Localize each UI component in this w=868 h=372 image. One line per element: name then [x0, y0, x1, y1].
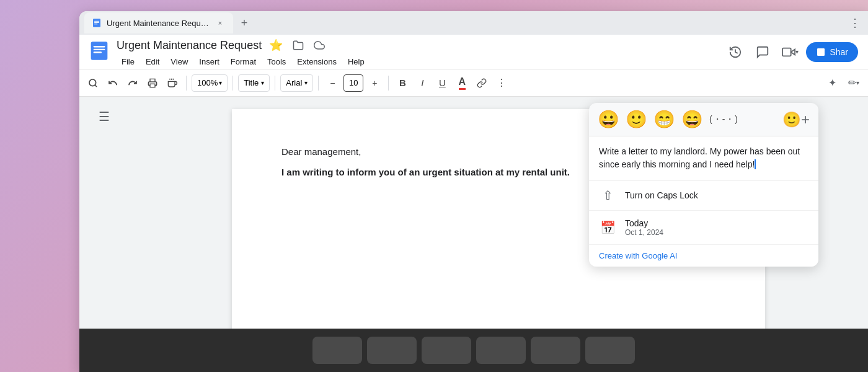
style-selector[interactable]: Title ▾: [238, 74, 270, 92]
caps-lock-suggestion[interactable]: ⇧ Turn on Caps Lock: [589, 180, 818, 211]
undo-button[interactable]: [104, 74, 122, 92]
search-button[interactable]: [84, 74, 102, 92]
svg-rect-10: [817, 48, 825, 56]
svg-rect-12: [150, 84, 155, 87]
text-cursor: [755, 159, 756, 169]
today-suggestion[interactable]: 📅 Today Oct 1, 2024: [589, 211, 818, 245]
cloud-button[interactable]: [311, 37, 327, 53]
menu-tools[interactable]: Tools: [262, 56, 291, 68]
svg-rect-1: [94, 21, 99, 22]
print-button[interactable]: [144, 74, 161, 92]
menu-edit[interactable]: Edit: [141, 56, 164, 68]
keyboard-area: [79, 329, 868, 372]
italic-button[interactable]: I: [414, 74, 431, 92]
browser-window: Urgent Maintenance Request × + ⋮ Urgent …: [79, 11, 868, 372]
emoji-row: 😀 🙂 😁 😄 (・-・) 🙂+: [589, 103, 818, 136]
menu-file[interactable]: File: [117, 56, 140, 68]
emoji-grin[interactable]: 😀: [598, 109, 619, 130]
separator-2: [232, 76, 233, 91]
text-color-button[interactable]: A: [453, 74, 471, 92]
history-button[interactable]: [724, 41, 746, 63]
tab-doc-icon: [92, 18, 102, 28]
calendar-icon: 📅: [599, 220, 616, 235]
paint-format-button[interactable]: [164, 74, 181, 92]
header-right: ▾ Shar: [724, 41, 858, 63]
doc-title: Urgent Maintenance Request: [117, 39, 262, 52]
more-toolbar-button[interactable]: ⋮: [493, 74, 510, 92]
zoom-selector[interactable]: 100% ▾: [192, 74, 228, 92]
emoji-picker-button[interactable]: 🙂+: [782, 111, 810, 128]
font-selector[interactable]: Arial ▾: [280, 74, 313, 92]
menu-help[interactable]: Help: [343, 56, 370, 68]
star-button[interactable]: ⭐: [267, 36, 285, 55]
app-header: Urgent Maintenance Request ⭐ File Edit V…: [79, 35, 868, 69]
toolbar: 100% ▾ Title ▾ Arial ▾ − 10 + B I U A: [79, 69, 868, 97]
comment-button[interactable]: [751, 41, 774, 63]
menu-bar: File Edit View Insert Format Tools Exten…: [117, 56, 717, 68]
key-3[interactable]: [422, 337, 471, 364]
font-increase-button[interactable]: +: [366, 74, 383, 92]
caps-lock-label: Turn on Caps Lock: [625, 190, 698, 200]
emoji-smile[interactable]: 🙂: [626, 109, 647, 130]
menu-view[interactable]: View: [166, 56, 193, 68]
folder-button[interactable]: [290, 37, 306, 53]
key-4[interactable]: [476, 337, 526, 364]
link-button[interactable]: [473, 74, 490, 92]
today-date: Oct 1, 2024: [625, 228, 663, 237]
svg-rect-6: [94, 48, 105, 50]
svg-rect-7: [94, 51, 102, 53]
key-1[interactable]: [312, 337, 362, 364]
svg-marker-8: [791, 49, 795, 55]
key-5[interactable]: [531, 337, 580, 364]
share-label: Shar: [830, 47, 848, 57]
separator-1: [186, 76, 187, 91]
separator-4: [318, 76, 319, 91]
menu-extensions[interactable]: Extensions: [292, 56, 342, 68]
separator-5: [388, 76, 389, 91]
underline-button[interactable]: U: [433, 74, 451, 92]
svg-rect-3: [94, 24, 97, 24]
redo-button[interactable]: [124, 74, 141, 92]
svg-rect-2: [94, 22, 99, 23]
emoji-laugh[interactable]: 😄: [681, 109, 703, 130]
today-label: Today: [625, 218, 663, 228]
ai-input-text: Write a letter to my landlord. My power …: [599, 145, 808, 171]
svg-point-11: [89, 79, 96, 86]
active-tab[interactable]: Urgent Maintenance Request ×: [84, 12, 233, 33]
svg-rect-9: [782, 48, 791, 56]
pen-mode-button[interactable]: ✏▾: [844, 74, 863, 92]
new-tab-button[interactable]: +: [236, 14, 253, 32]
emoji-grin2[interactable]: 😁: [653, 109, 675, 130]
today-info: Today Oct 1, 2024: [625, 218, 663, 237]
menu-format[interactable]: Format: [226, 56, 261, 68]
share-button[interactable]: Shar: [806, 42, 858, 62]
key-6[interactable]: [585, 337, 635, 364]
tab-more-button[interactable]: ⋮: [847, 14, 863, 32]
separator-3: [275, 76, 275, 91]
doc-app-icon: [89, 41, 109, 63]
svg-rect-5: [94, 46, 105, 47]
ai-input-area[interactable]: Write a letter to my landlord. My power …: [589, 136, 818, 180]
menu-insert[interactable]: Insert: [194, 56, 224, 68]
svg-rect-4: [91, 42, 108, 60]
font-size-display[interactable]: 10: [343, 74, 363, 92]
video-button[interactable]: ▾: [779, 41, 801, 63]
emoji-kaomoji[interactable]: (・-・): [709, 114, 738, 125]
create-with-ai-link[interactable]: Create with Google AI: [589, 245, 818, 267]
emoji-ai-panel: 😀 🙂 😁 😄 (・-・) 🙂+ Write a letter to my la…: [589, 103, 818, 267]
tab-title: Urgent Maintenance Request: [107, 19, 210, 28]
tab-bar: Urgent Maintenance Request × + ⋮: [79, 11, 868, 35]
caps-lock-icon: ⇧: [599, 188, 616, 203]
outline-icon[interactable]: ☰: [99, 109, 110, 124]
ai-assist-button[interactable]: ✦: [823, 74, 841, 92]
header-title-area: Urgent Maintenance Request ⭐ File Edit V…: [117, 36, 717, 68]
key-2[interactable]: [367, 337, 417, 364]
font-decrease-button[interactable]: −: [324, 74, 341, 92]
tab-close-button[interactable]: ×: [215, 17, 226, 29]
bold-button[interactable]: B: [394, 74, 411, 92]
